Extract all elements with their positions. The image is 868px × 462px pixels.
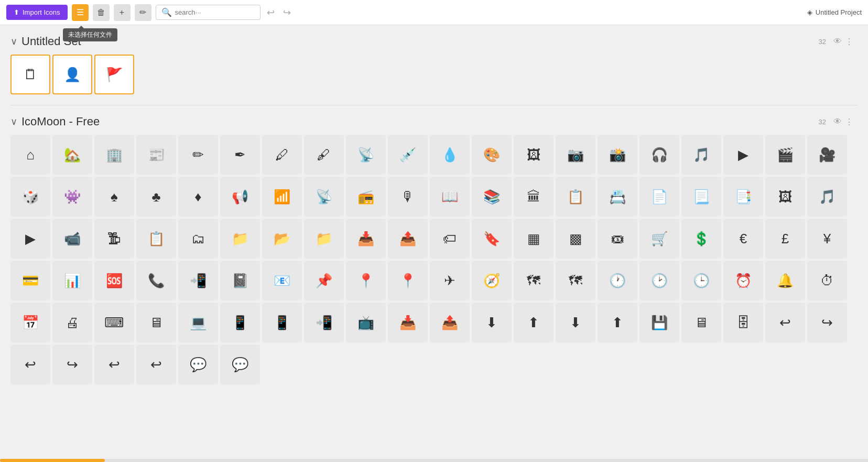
icon-cell[interactable]: 📃 [681,177,721,217]
icon-cell[interactable]: 📱 [262,303,302,342]
visibility-icon[interactable]: 👁 [833,117,842,126]
icon-cell[interactable]: 🖼 [765,177,805,217]
icon-cell[interactable]: 🏷 [430,219,470,259]
icon-cell[interactable]: 📞 [136,261,176,300]
icon-cell[interactable]: 🔖 [472,219,512,259]
icon-cell[interactable]: ♣ [136,177,176,217]
delete-button[interactable]: 🗑 [93,4,110,21]
icon-cell[interactable]: 📤 [388,219,428,259]
edit-button[interactable]: ✏ [135,4,151,21]
icon-cell[interactable]: 👾 [52,177,92,217]
icon-cell[interactable]: 📲 [178,261,218,300]
icon-cell[interactable]: ⬇ [472,303,512,342]
icon-cell[interactable]: 🧭 [472,261,512,300]
icon-cell[interactable]: 📑 [723,177,763,217]
icon-cell[interactable]: 🖥 [681,303,721,342]
redo-button[interactable]: ↪ [281,5,293,20]
icon-cell[interactable]: ↩ [765,303,805,342]
icon-cell[interactable]: ⬇ [556,303,595,342]
icon-cell[interactable]: 💲 [681,219,721,259]
icon-cell[interactable]: 🎥 [807,135,847,175]
icon-cell[interactable]: ✒ [220,135,260,175]
icon-cell[interactable]: 📁 [304,219,344,259]
icon-cell[interactable]: 💬 [178,345,218,384]
icon-cell[interactable]: 📡 [304,177,344,217]
icon-cell[interactable]: 📖 [430,177,470,217]
icon-cell[interactable]: 📢 [220,177,260,217]
icon-cell[interactable]: 🗺 [556,261,595,300]
icon-cell[interactable]: 💉 [388,135,428,175]
icon-cell[interactable]: ↩ [94,345,134,384]
icon-cell[interactable]: 📅 [10,303,50,342]
icon-cell[interactable]: 🗂 [178,219,218,259]
icon-cell[interactable]: 🏡 [52,135,92,175]
icon-cell[interactable]: 🔔 [765,261,805,300]
icon-cell[interactable]: 📷 [556,135,595,175]
icon-cell[interactable]: ✏ [178,135,218,175]
icon-cell[interactable]: ⌂ [10,135,50,175]
icon-cell[interactable]: 📸 [598,135,637,175]
add-button[interactable]: + [114,4,131,21]
icon-cell[interactable]: 📧 [262,261,302,300]
visibility-icon[interactable]: 👁 [833,37,842,46]
icon-cell[interactable]: 💳 [10,261,50,300]
icon-cell[interactable]: 🚩 [94,55,134,94]
icon-cell[interactable]: 📹 [52,219,92,259]
icon-cell[interactable]: 🆘 [94,261,134,300]
icon-cell[interactable]: 📍 [346,261,386,300]
icon-cell[interactable]: ↩ [10,345,50,384]
icon-cell[interactable]: 🗄 [723,303,763,342]
icon-cell[interactable]: ⬆ [514,303,554,342]
icon-cell[interactable]: 🎵 [681,135,721,175]
icon-cell[interactable]: 💻 [178,303,218,342]
icon-cell[interactable]: 🏢 [94,135,134,175]
icon-cell[interactable]: 💬 [220,345,260,384]
icon-cell[interactable]: 📇 [598,177,637,217]
icon-cell[interactable]: 📚 [472,177,512,217]
search-input[interactable] [175,8,255,16]
icon-cell[interactable]: 🎵 [807,177,847,217]
icon-cell[interactable]: ▶ [723,135,763,175]
icon-cell[interactable]: 🕑 [639,261,679,300]
icon-cell[interactable]: 🎙 [388,177,428,217]
icon-cell[interactable]: 📲 [304,303,344,342]
icon-cell[interactable]: 🎬 [765,135,805,175]
icon-cell[interactable]: ↩ [136,345,176,384]
icon-cell[interactable]: 🎲 [10,177,50,217]
icon-cell[interactable]: ▦ [514,219,554,259]
undo-button[interactable]: ↩ [265,5,277,20]
icon-cell[interactable]: 📊 [52,261,92,300]
icon-cell[interactable]: ↪ [52,345,92,384]
icon-cell[interactable]: 🎧 [639,135,679,175]
icon-cell[interactable]: £ [765,219,805,259]
icon-cell[interactable]: 🏛 [514,177,554,217]
icon-cell[interactable]: 🎟 [598,219,637,259]
icon-cell[interactable]: 🗺 [514,261,554,300]
icon-cell[interactable]: ⏱ [807,261,847,300]
icon-cell[interactable]: 🖋 [304,135,344,175]
icon-cell[interactable]: ⬆ [598,303,637,342]
icon-cell[interactable]: 📥 [346,219,386,259]
icon-cell[interactable]: 🕒 [681,261,721,300]
icon-cell[interactable]: ♦ [178,177,218,217]
icon-cell[interactable]: 🎨 [472,135,512,175]
icon-cell[interactable]: 💾 [639,303,679,342]
icon-cell[interactable]: 💧 [430,135,470,175]
icon-cell[interactable]: ⏰ [723,261,763,300]
icon-cell[interactable]: 📋 [556,177,595,217]
icon-cell[interactable]: 🕐 [598,261,637,300]
icon-cell[interactable]: € [723,219,763,259]
import-icons-button[interactable]: ⬆ Import Icons [6,5,68,20]
icon-cell[interactable]: ♠ [94,177,134,217]
icon-cell[interactable]: 👤 [52,55,92,94]
icon-cell[interactable]: 📱 [220,303,260,342]
icon-cell[interactable]: 📄 [639,177,679,217]
icon-cell[interactable]: 🖥 [136,303,176,342]
icon-cell[interactable]: 📶 [262,177,302,217]
icon-cell[interactable]: 🖨 [52,303,92,342]
icon-cell[interactable]: 🗜 [94,219,134,259]
active-set-button[interactable]: ☰ [72,4,89,21]
icon-cell[interactable]: ✈ [430,261,470,300]
icon-cell[interactable]: ▶ [10,219,50,259]
icon-cell[interactable]: 📂 [262,219,302,259]
